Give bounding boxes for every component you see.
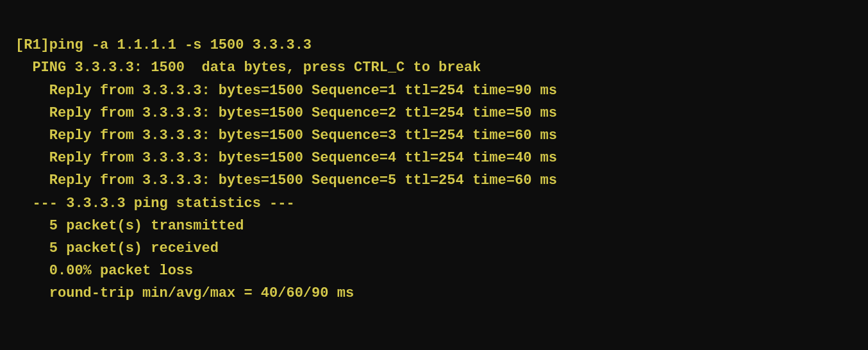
terminal-line-8: --- 3.3.3.3 ping statistics ---: [15, 192, 853, 215]
terminal-line-1: PING 3.3.3.3: 1500 data bytes, press CTR…: [15, 56, 853, 79]
terminal-line-5: Reply from 3.3.3.3: bytes=1500 Sequence=…: [15, 147, 853, 169]
terminal-line-11: 0.00% packet loss: [15, 260, 853, 282]
terminal-line-4: Reply from 3.3.3.3: bytes=1500 Sequence=…: [15, 124, 853, 147]
terminal-line-10: 5 packet(s) received: [15, 237, 853, 260]
terminal-line-3: Reply from 3.3.3.3: bytes=1500 Sequence=…: [15, 102, 853, 124]
terminal-line-0: [R1]ping -a 1.1.1.1 -s 1500 3.3.3.3: [15, 34, 853, 56]
terminal-line-6: Reply from 3.3.3.3: bytes=1500 Sequence=…: [15, 169, 853, 192]
terminal-line-9: 5 packet(s) transmitted: [15, 215, 853, 237]
terminal-line-12: round-trip min/avg/max = 40/60/90 ms: [15, 282, 853, 304]
terminal-window: [R1]ping -a 1.1.1.1 -s 1500 3.3.3.3 PING…: [0, 0, 868, 350]
terminal-line-2: Reply from 3.3.3.3: bytes=1500 Sequence=…: [15, 79, 853, 102]
